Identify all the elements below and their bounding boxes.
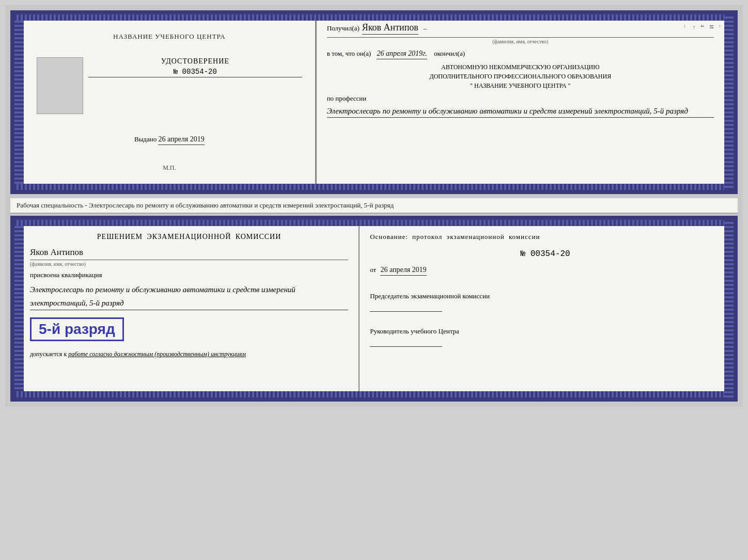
bottom-doc-right: Основание: протокол экзаменационной коми…	[360, 220, 734, 397]
rukovoditel-block: Руководитель учебного Центра	[370, 326, 721, 349]
vidano-date: 26 апреля 2019	[158, 135, 204, 145]
protocol-number: № 00354-20	[370, 249, 721, 259]
top-doc-left: НАЗВАНИЕ УЧЕБНОГО ЦЕНТРА УДОСТОВЕРЕНИЕ №…	[14, 14, 317, 190]
cert-center-block: УДОСТОВЕРЕНИЕ № 00354-20	[37, 57, 302, 114]
left-content: НАЗВАНИЕ УЧЕБНОГО ЦЕНТРА УДОСТОВЕРЕНИЕ №…	[37, 25, 302, 180]
chairman-block: Председатель экзаменационной комиссии	[370, 291, 721, 314]
top-doc-right: Получил(а) Яков Антипов – (фамилия, имя,…	[317, 14, 734, 190]
prisvoena-label: присвоена квалификация	[30, 271, 348, 279]
right-content: Получил(а) Яков Антипов – (фамилия, имя,…	[327, 22, 714, 118]
org-quote2: "	[568, 82, 571, 89]
ot-date: 26 апреля 2019	[380, 266, 426, 276]
razryad-badge-block: 5-й разряд	[30, 314, 348, 344]
org-name: НАЗВАНИЕ УЧЕБНОГО ЦЕНТРА	[474, 82, 567, 89]
fio-dash: –	[424, 24, 427, 33]
working-specialty-label: Рабочая специальность - Электрослесарь п…	[10, 198, 738, 214]
dopuskaetsya-label: допускается к	[30, 350, 67, 358]
profession-text-top: Электрослесарь по ремонту и обслуживанию…	[327, 105, 714, 118]
vidano-block: Выдано 26 апреля 2019	[134, 135, 205, 145]
po-professii-label: по профессии	[327, 94, 714, 103]
bottom-document: Решением экзаменационной комиссии Яков А…	[10, 216, 738, 402]
resheniem-title: Решением экзаменационной комиссии	[30, 233, 348, 241]
udostoverenie-title: УДОСТОВЕРЕНИЕ	[88, 57, 302, 66]
cert-number-left: № 00354-20	[88, 68, 302, 77]
photo-placeholder	[37, 57, 83, 114]
org-name-line: " НАЗВАНИЕ УЧЕБНОГО ЦЕНТРА "	[327, 81, 714, 90]
org-quote1: "	[470, 82, 473, 89]
razryad-badge: 5-й разряд	[30, 317, 124, 341]
dopusk-text: работе согласно должностным (производств…	[68, 350, 246, 358]
poluchil-label: Получил(а)	[327, 24, 360, 33]
fio-sub-bottom: (фамилия, имя, отчество)	[30, 260, 348, 267]
fio-sublabel-top: (фамилия, имя, отчество)	[327, 37, 714, 44]
vtom-line: в том, что он(а) 26 апреля 2019г. окончи…	[327, 50, 714, 59]
vtom-date: 26 апреля 2019г.	[377, 50, 427, 59]
vidano-label: Выдано	[134, 135, 157, 143]
page-wrapper: НАЗВАНИЕ УЧЕБНОГО ЦЕНТРА УДОСТОВЕРЕНИЕ №…	[5, 5, 743, 407]
dopuskaetsya-line: допускается к работе согласно должностны…	[30, 350, 348, 358]
fio-handwritten: Яков Антипов	[30, 247, 348, 258]
okonchil-label: окончил(а)	[434, 50, 465, 57]
fio-value-top: Яков Антипов	[362, 22, 418, 35]
school-name-left: НАЗВАНИЕ УЧЕБНОГО ЦЕНТРА	[113, 33, 225, 41]
rukovoditel-label: Руководитель учебного Центра	[370, 326, 721, 337]
bottom-doc-left: Решением экзаменационной комиссии Яков А…	[14, 220, 360, 397]
chairman-label: Председатель экзаменационной комиссии	[370, 291, 721, 301]
org-line2: ДОПОЛНИТЕЛЬНОГО ПРОФЕССИОНАЛЬНОГО ОБРАЗО…	[327, 72, 714, 81]
ot-date-line: от 26 апреля 2019	[370, 266, 721, 276]
rukovoditel-signature	[370, 337, 442, 347]
qualification-handwritten: Электрослесарь по ремонту и обслуживанию…	[30, 283, 348, 310]
osnovanie-label: Основание: протокол экзаменационной коми…	[370, 233, 721, 241]
top-document: НАЗВАНИЕ УЧЕБНОГО ЦЕНТРА УДОСТОВЕРЕНИЕ №…	[10, 10, 738, 194]
udostoverenie-block: УДОСТОВЕРЕНИЕ № 00354-20	[88, 57, 302, 77]
fio-handwritten-block: Яков Антипов (фамилия, имя, отчество)	[30, 245, 348, 267]
org-line1: АВТОНОМНУЮ НЕКОММЕРЧЕСКУЮ ОРГАНИЗАЦИЮ	[327, 62, 714, 72]
org-block: АВТОНОМНУЮ НЕКОММЕРЧЕСКУЮ ОРГАНИЗАЦИЮ ДО…	[327, 62, 714, 90]
side-text-right-top: – – И а ← –	[682, 25, 733, 30]
poluchil-line: Получил(а) Яков Антипов –	[327, 22, 714, 35]
mp-label: М.П.	[163, 164, 176, 172]
chairman-signature	[370, 301, 442, 312]
ot-label: от	[370, 266, 376, 274]
side-text-right-bottom: – – – И а ← – – – –	[727, 235, 733, 353]
vtom-label: в том, что он(а)	[327, 50, 371, 57]
